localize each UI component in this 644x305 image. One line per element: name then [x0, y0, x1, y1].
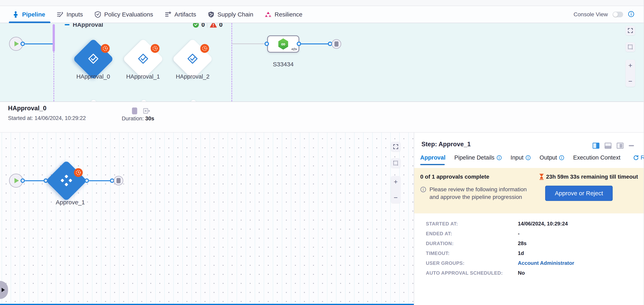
zoom-out-button[interactable]: − — [394, 195, 398, 200]
harness-step-icon: ∞ — [278, 38, 289, 50]
node-label: HApproval_0 — [69, 73, 117, 80]
layout-right-drawer-icon[interactable] — [617, 143, 624, 149]
node-label: HApproval_1 — [119, 73, 167, 80]
failure-count: 0 — [219, 23, 222, 28]
tab-artifacts[interactable]: Artifacts — [164, 6, 196, 23]
window-top-strip — [0, 0, 644, 6]
info-icon[interactable] — [628, 11, 634, 18]
zoom-in-button[interactable]: + — [628, 62, 632, 68]
stage-duration: Duration: 30s — [122, 116, 154, 122]
step-panel-tabs: Approval Pipeline Details Input Output E… — [420, 154, 644, 161]
fullscreen-button[interactable] — [391, 142, 400, 152]
tab-label: Resilience — [274, 11, 302, 18]
collapse-group-icon[interactable] — [65, 24, 70, 25]
active-tab-underline — [420, 164, 445, 165]
tab-execution-context[interactable]: Execution Context — [573, 154, 620, 161]
play-icon — [14, 178, 19, 183]
tab-label: Supply Chain — [218, 11, 253, 18]
expand-panel-handle[interactable] — [0, 281, 8, 299]
stage-details-title: HApproval_0 — [8, 105, 46, 112]
tab-pipeline[interactable]: Pipeline — [12, 6, 45, 23]
console-view-toggle[interactable] — [613, 12, 623, 17]
tab-approval[interactable]: Approval — [420, 154, 446, 161]
artifacts-icon — [164, 11, 172, 18]
info-icon — [496, 155, 502, 160]
approve-or-reject-button[interactable]: Approve or Reject — [545, 186, 613, 201]
code-tag-icon: </> — [292, 47, 297, 52]
pipeline-graph-canvas[interactable]: HApproval 0 0 HApproval_0 HApproval_1 — [0, 23, 644, 102]
stage-group-right-boundary — [232, 23, 232, 102]
tab-inputs[interactable]: Inputs — [56, 6, 83, 23]
info-icon — [526, 155, 531, 160]
chaos-icon — [264, 11, 272, 18]
badge-divider — [207, 23, 208, 28]
clipped-node — [182, 99, 205, 102]
marquee-select-button[interactable] — [391, 158, 400, 168]
hourglass-icon — [539, 174, 544, 180]
stage-group-header: HApproval 0 0 — [65, 23, 222, 30]
stage-status-square-icon — [132, 108, 137, 114]
clipped-node — [82, 99, 105, 102]
minimize-panel-icon[interactable] — [629, 145, 634, 146]
zoom-out-button[interactable]: − — [628, 78, 632, 84]
step-panel-title: Step: Approve_1 — [422, 141, 471, 148]
user-group-link[interactable]: Account Administrator — [518, 260, 574, 266]
edge-group-to-stage — [232, 44, 267, 44]
zoom-controls: + − — [391, 176, 400, 203]
success-count: 0 — [202, 23, 205, 28]
stop-icon — [334, 42, 338, 46]
stage-node-s33434[interactable]: ∞ </> — [267, 35, 299, 53]
timer-badge-icon — [74, 168, 83, 177]
timer-badge-icon — [151, 44, 160, 53]
horizontal-scrollbar[interactable] — [0, 304, 414, 305]
step-node-approve-1[interactable] — [46, 160, 87, 201]
node-label: S33434 — [259, 61, 307, 68]
approval-check-icon — [87, 52, 100, 66]
edge-step-to-end — [89, 180, 112, 181]
detail-row: STARTED AT:14/06/2024, 10:29:24 — [426, 220, 574, 226]
info-icon — [420, 186, 426, 192]
tab-resilience[interactable]: Resilience — [264, 6, 302, 23]
step-details-panel: Step: Approve_1 Approval Pipeline Detail… — [414, 132, 644, 305]
tab-pipeline-details[interactable]: Pipeline Details — [454, 154, 502, 161]
pipeline-icon — [12, 11, 19, 18]
timer-badge-icon — [200, 44, 209, 53]
refresh-button[interactable]: Re — [633, 154, 644, 161]
tab-output[interactable]: Output — [540, 154, 564, 161]
panel-layout-switcher — [592, 143, 634, 149]
connector-ring — [264, 42, 269, 46]
stage-group-name: HApproval — [73, 23, 103, 28]
layout-bottom-split-icon[interactable] — [605, 143, 612, 149]
info-icon — [559, 155, 564, 160]
supply-chain-shield-icon — [208, 11, 215, 18]
zoom-controls: + − — [626, 60, 635, 87]
bottom-split: Approve_1 + − Step: Approve_1 Approval — [0, 132, 644, 305]
timeout-remaining: 23h 59m 33s remaining till timeout — [546, 174, 638, 180]
approval-diamonds-icon — [60, 174, 73, 188]
node-label: HApproval_2 — [168, 73, 217, 80]
tab-policy-evaluations[interactable]: Policy Evaluations — [94, 6, 153, 23]
connector-ring — [84, 178, 89, 183]
play-icon — [14, 41, 19, 46]
layout-right-split-icon[interactable] — [592, 143, 600, 149]
stage-status-badges: 0 0 — [193, 23, 222, 28]
tab-supply-chain[interactable]: Supply Chain — [208, 6, 253, 23]
tab-label: Inputs — [66, 11, 83, 18]
edge-start-to-step — [25, 180, 45, 181]
connector-ring — [20, 178, 25, 183]
selected-stage-details-bar: HApproval_0 Started at: 14/06/2024, 10:2… — [0, 102, 644, 132]
fullscreen-button[interactable] — [626, 26, 635, 35]
marquee-select-button[interactable] — [626, 42, 635, 52]
stage-group-left-boundary — [54, 52, 54, 102]
timer-badge-icon — [101, 44, 110, 53]
tab-input[interactable]: Input — [510, 154, 531, 161]
tab-label: Policy Evaluations — [104, 11, 153, 18]
step-graph-canvas[interactable]: Approve_1 + − — [0, 132, 414, 305]
chevron-right-icon — [2, 288, 5, 292]
pipeline-end-node — [332, 39, 341, 49]
tab-label: Artifacts — [174, 11, 196, 18]
zoom-in-button[interactable]: + — [394, 179, 398, 184]
node-label: Approve_1 — [46, 199, 94, 206]
approval-message: Please review the following informationa… — [430, 186, 542, 201]
stage-started-at: Started at: 14/06/2024, 10:29:22 — [8, 115, 86, 121]
